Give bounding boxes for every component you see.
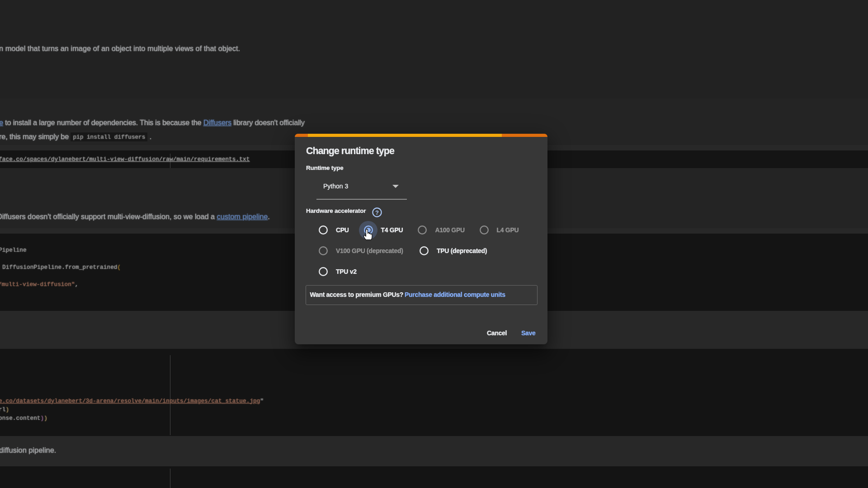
svg-text:?: ? (375, 209, 379, 216)
